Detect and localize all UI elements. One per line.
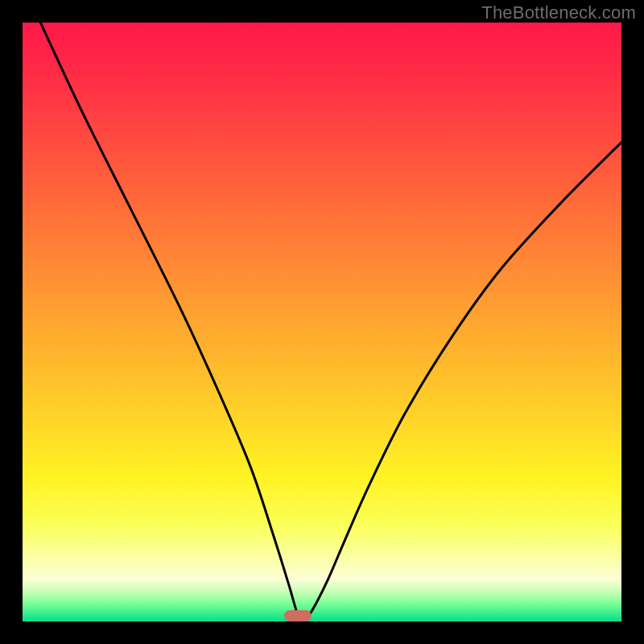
chart-frame: TheBottleneck.com [0, 0, 644, 644]
watermark-text: TheBottleneck.com [481, 2, 636, 23]
bottleneck-curve [23, 23, 621, 621]
optimum-marker [284, 610, 312, 621]
plot-area [23, 23, 621, 621]
